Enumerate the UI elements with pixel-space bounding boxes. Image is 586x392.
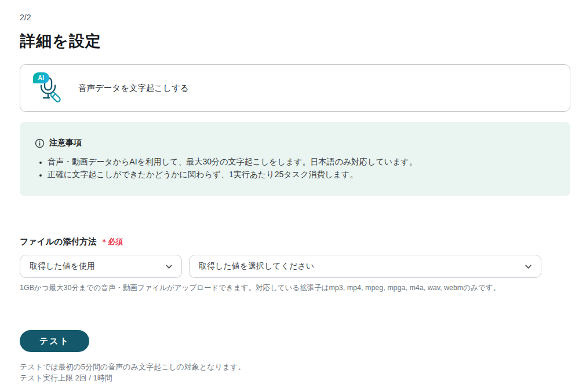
attachment-method-select-value: 取得した値を使用 (30, 261, 95, 272)
action-card-label: 音声データを文字起こしする (78, 83, 189, 94)
info-icon (35, 138, 45, 148)
file-attachment-selects: 取得した値を使用 取得した値を選択してください (20, 255, 570, 278)
test-notes: テストでは最初の5分間の音声のみ文字起こしの対象となります。 テスト実行上限 2… (20, 362, 570, 383)
attachment-value-select[interactable]: 取得した値を選択してください (189, 255, 541, 278)
step-indicator: 2/2 (20, 13, 570, 22)
settings-page: 2/2 詳細を設定 AI 音声データを文字起 (0, 0, 586, 383)
notice-box: 注意事項 音声・動画データからAIを利用して、最大30分の文字起こしをします。日… (20, 122, 570, 196)
notice-item: 音声・動画データからAIを利用して、最大30分の文字起こしをします。日本語のみ対… (48, 156, 555, 168)
test-button[interactable]: テスト (20, 330, 89, 352)
required-badge: ＊必須 (100, 237, 123, 247)
test-note: テストでは最初の5分間の音声のみ文字起こしの対象となります。 (20, 362, 570, 373)
attachment-value-select-value: 取得した値を選択してください (199, 261, 314, 272)
notice-header: 注意事項 (35, 138, 555, 148)
ai-badge: AI (33, 72, 49, 83)
file-attachment-label: ファイルの添付方法 (20, 236, 96, 247)
page-title: 詳細を設定 (20, 31, 570, 52)
microphone-pencil-icon: AI (32, 70, 65, 106)
test-note: テスト実行上限 2回 / 1時間 (20, 373, 570, 384)
selected-action-card: AI 音声データを文字起こしする (20, 64, 570, 112)
notice-list: 音声・動画データからAIを利用して、最大30分の文字起こしをします。日本語のみ対… (35, 156, 555, 181)
attachment-method-select[interactable]: 取得した値を使用 (20, 255, 182, 278)
file-attachment-helper: 1GBかつ最大30分までの音声・動画ファイルがアップロードできます。対応している… (20, 283, 570, 293)
chevron-down-icon (523, 262, 533, 272)
file-attachment-label-row: ファイルの添付方法 ＊必須 (20, 236, 570, 247)
notice-item: 正確に文字起こしができたかどうかに関わらず、1実行あたり25タスク消費します。 (48, 168, 555, 181)
notice-title: 注意事項 (49, 138, 82, 148)
chevron-down-icon (164, 262, 174, 272)
